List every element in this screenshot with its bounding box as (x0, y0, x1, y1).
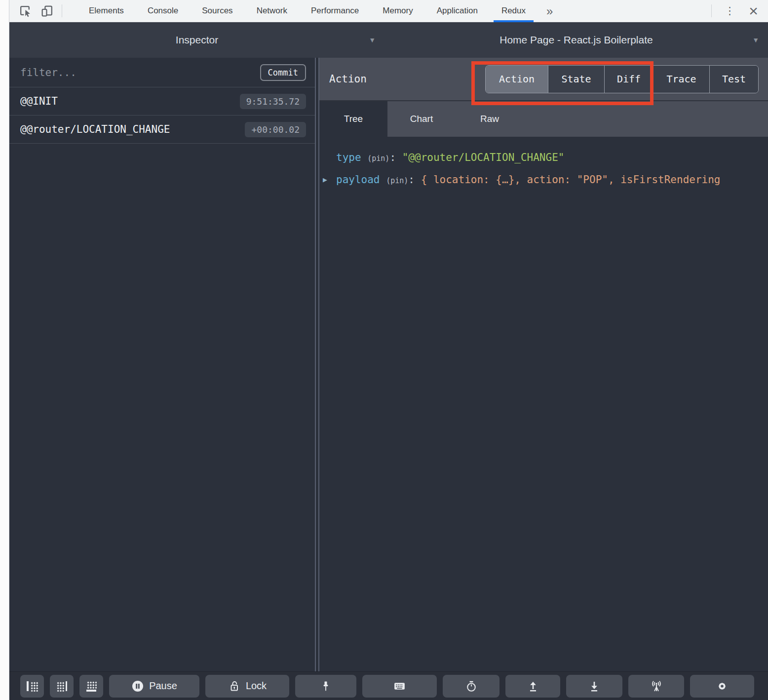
lock-label: Lock (246, 680, 267, 692)
persist-pin-button[interactable] (295, 675, 356, 698)
monitor-selector[interactable]: Inspector ▼ (9, 22, 384, 58)
devtools-window: Elements Console Sources Network Perform… (9, 0, 768, 700)
pause-icon (131, 680, 144, 693)
action-list-panel: Commit @@INIT 9:51:35.72 @@router/LOCATI… (9, 58, 315, 671)
selector-header: Inspector ▼ Home Page - React.js Boilerp… (9, 22, 768, 58)
tree-key: type (336, 152, 361, 163)
tree-key: payload (336, 174, 380, 186)
screenshot-root: Elements Console Sources Network Perform… (0, 0, 768, 700)
pause-button[interactable]: Pause (109, 675, 199, 698)
instance-selector-label: Home Page - React.js Boilerplate (499, 34, 653, 46)
pause-label: Pause (149, 680, 177, 692)
action-timestamp-badge: +00:00.02 (245, 122, 306, 137)
more-tabs-chevron-icon[interactable]: » (538, 0, 562, 22)
view-tab-tree[interactable]: Tree (319, 101, 387, 137)
dock-bottom-icon (85, 680, 97, 692)
stopwatch-icon (465, 680, 478, 693)
panels: Commit @@INIT 9:51:35.72 @@router/LOCATI… (9, 58, 768, 671)
close-icon[interactable]: × (744, 1, 768, 21)
view-tab-chart[interactable]: Chart (387, 101, 456, 137)
filter-input[interactable] (20, 67, 254, 78)
lock-icon (228, 680, 241, 693)
commit-button[interactable]: Commit (260, 64, 306, 81)
colon: : (389, 152, 396, 163)
device-toolbar-button[interactable] (36, 0, 58, 22)
keyboard-icon (393, 679, 406, 693)
tab-console[interactable]: Console (136, 0, 190, 22)
expand-arrow-icon[interactable]: ▶ (323, 169, 327, 191)
inspect-cursor-icon (19, 4, 32, 18)
tab-network[interactable]: Network (245, 0, 299, 22)
dock-right-button[interactable] (50, 675, 74, 698)
bottom-toolbar: Pause Lock (9, 671, 768, 700)
pin-link[interactable]: (pin) (367, 154, 389, 163)
monitor-selector-label: Inspector (176, 34, 218, 46)
tab-memory[interactable]: Memory (371, 0, 424, 22)
dock-bottom-button[interactable] (79, 675, 103, 698)
antenna-broadcast-icon (650, 680, 663, 693)
colon: : (408, 174, 415, 186)
dock-left-icon (26, 680, 38, 692)
tree-row-payload: ▶ payload (pin): { location: {…}, action… (319, 169, 768, 191)
action-timestamp-badge: 9:51:35.72 (240, 94, 306, 109)
action-detail-panel: Action Action State Diff Trace Test Tree… (319, 58, 768, 671)
lock-button[interactable]: Lock (205, 675, 289, 698)
mode-tab-state[interactable]: State (548, 66, 604, 93)
action-list-item[interactable]: @@router/LOCATION_CHANGE +00:00.02 (9, 116, 315, 144)
toolbar-divider (62, 4, 62, 17)
tree-object-preview: { location: {…}, action: "POP", isFirstR… (421, 174, 721, 186)
devtools-tabs: Elements Console Sources Network Perform… (77, 0, 538, 22)
chevron-down-icon: ▼ (369, 36, 376, 44)
tree-row-type: type (pin): "@@router/LOCATION_CHANGE" (319, 147, 768, 169)
action-name: @@router/LOCATION_CHANGE (20, 123, 170, 135)
tab-elements[interactable]: Elements (77, 0, 136, 22)
tree-string-value: "@@router/LOCATION_CHANGE" (402, 152, 565, 163)
view-tab-strip: Tree Chart Raw (319, 101, 768, 137)
action-name: @@INIT (20, 95, 58, 107)
action-tree-view: type (pin): "@@router/LOCATION_CHANGE" ▶… (319, 137, 768, 671)
download-state-button[interactable] (566, 675, 622, 698)
upload-state-button[interactable] (505, 675, 560, 698)
tab-sources[interactable]: Sources (190, 0, 244, 22)
chevron-down-icon: ▼ (752, 36, 759, 44)
view-tab-raw[interactable]: Raw (456, 101, 524, 137)
keyboard-shortcuts-button[interactable] (362, 675, 437, 698)
dock-left-button[interactable] (20, 675, 44, 698)
mode-tab-test[interactable]: Test (709, 66, 758, 93)
download-icon (588, 680, 601, 693)
kebab-menu-icon[interactable]: ⋮ (716, 5, 744, 17)
action-list-item[interactable]: @@INIT 9:51:35.72 (9, 87, 315, 116)
pushpin-icon (319, 680, 332, 693)
gear-icon (716, 680, 729, 693)
tab-application[interactable]: Application (425, 0, 490, 22)
detail-header: Action Action State Diff Trace Test (319, 58, 768, 101)
stopwatch-button[interactable] (443, 675, 499, 698)
inspect-element-button[interactable] (14, 0, 36, 22)
upload-icon (527, 680, 539, 693)
devtools-tab-bar: Elements Console Sources Network Perform… (9, 0, 768, 22)
mode-tab-action[interactable]: Action (486, 66, 548, 93)
remote-connection-button[interactable] (628, 675, 684, 698)
toolbar-divider-right (711, 4, 712, 17)
instance-selector[interactable]: Home Page - React.js Boilerplate ▼ (384, 22, 768, 58)
mode-tab-group: Action State Diff Trace Test (485, 65, 759, 93)
dock-right-icon (56, 680, 68, 692)
pin-link[interactable]: (pin) (386, 176, 408, 185)
settings-button[interactable] (690, 675, 754, 698)
mode-tab-diff[interactable]: Diff (604, 66, 653, 93)
mode-tab-trace[interactable]: Trace (653, 66, 709, 93)
tab-performance[interactable]: Performance (299, 0, 371, 22)
device-toolbar-icon (40, 4, 54, 18)
panel-splitter[interactable] (315, 58, 319, 671)
tab-redux[interactable]: Redux (490, 0, 538, 22)
filter-row: Commit (9, 58, 315, 87)
detail-title: Action (329, 73, 367, 85)
